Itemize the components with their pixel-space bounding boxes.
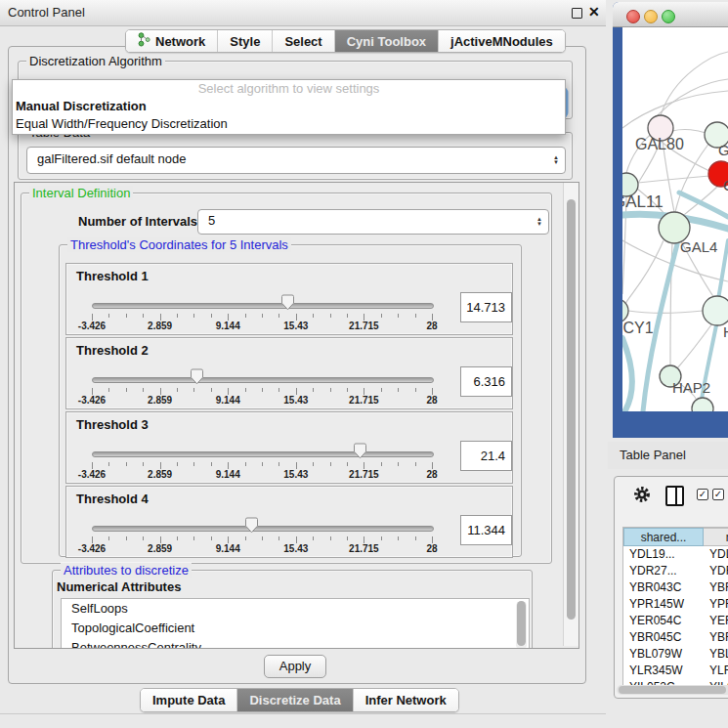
tick-mark (381, 462, 382, 466)
tick-mark (381, 536, 382, 540)
node-table[interactable]: shared... na YDL19...YDL1YDR27...YDR2YBR… (622, 527, 728, 686)
tick-mark (364, 462, 364, 469)
tick-mark (313, 314, 314, 318)
tick-mark (143, 388, 144, 392)
tick-label: 9.144 (216, 469, 240, 480)
interval-definition-group: Interval Definition Number of Intervals … (21, 193, 552, 564)
tick-mark (143, 462, 144, 466)
tick-mark (415, 536, 416, 540)
tick-label: 28 (426, 321, 437, 331)
thresholds-group-title: Threshold's Coordinates for 5 Intervals (67, 237, 291, 252)
tick-mark (415, 314, 416, 318)
tab-style[interactable]: Style (218, 30, 273, 52)
list-scrollbar[interactable] (516, 601, 527, 649)
tick-mark (415, 388, 416, 392)
table-row[interactable]: YDR27...YDR2 (623, 563, 728, 579)
dropdown-placeholder: Select algorithm to view settings (13, 80, 565, 98)
node-label: GAL4 (680, 238, 717, 255)
network-window-titlebar[interactable] (613, 2, 728, 27)
attribute-item-betweennesscentrality[interactable]: BetweennessCentrality (62, 638, 529, 649)
slider-handle[interactable] (190, 368, 204, 389)
slider-track[interactable] (92, 526, 434, 532)
tab-infer-network[interactable]: Infer Network (354, 689, 458, 711)
slider-handle[interactable] (353, 443, 367, 463)
minimize-traffic-light-icon[interactable] (644, 10, 658, 23)
column-header-shared-name[interactable]: shared... (623, 528, 704, 546)
table-row[interactable]: YBR045CYBR0 (623, 629, 728, 646)
tick-mark (211, 314, 212, 318)
table-row[interactable]: YBR043CYBR0 (623, 579, 728, 596)
cell-shared-name: YBL079W (623, 646, 704, 663)
column-header-name[interactable]: na (704, 528, 728, 546)
dropdown-item-equal-width[interactable]: Equal Width/Frequency Discretization (13, 115, 565, 133)
tick-mark (160, 388, 161, 395)
tick-mark (160, 314, 161, 321)
close-icon[interactable]: ✕ (588, 4, 600, 20)
network-node[interactable] (703, 296, 728, 325)
table-row[interactable]: YLR345WYLR3 (623, 663, 728, 679)
tick-mark (143, 314, 144, 318)
tab-label: Infer Network (365, 693, 447, 707)
tab-label: Style (230, 34, 260, 49)
tick-label: 9.144 (216, 395, 240, 406)
threshold-label: Threshold 2 (76, 343, 149, 358)
table-horizontal-scrollbar[interactable] (617, 685, 728, 695)
control-panel-titlebar[interactable]: Control Panel ✕ (0, 0, 606, 26)
table-row[interactable]: YER054CYER0 (623, 613, 728, 629)
table-hscrollbar-thumb[interactable] (619, 686, 726, 694)
slider-track[interactable] (92, 303, 434, 309)
combo-stepper-icon: ▲▼ (553, 155, 559, 165)
slider-handle[interactable] (244, 517, 259, 537)
settings-scrollbar[interactable] (563, 183, 578, 646)
threshold-value[interactable]: 14.713 (460, 292, 512, 322)
float-window-icon[interactable] (572, 8, 582, 19)
attribute-item-selfloops[interactable]: SelfLoops (62, 599, 529, 619)
tick-mark (126, 388, 127, 392)
dropdown-item-manual[interactable]: Manual Discretization (13, 98, 565, 115)
node-label: GA (718, 142, 728, 158)
table-row[interactable]: YPR145WYPR1 (623, 596, 728, 613)
apply-button[interactable]: Apply (264, 655, 326, 678)
network-canvas[interactable]: GAL80GACGAL11GAL4GCY1HHAP2 (622, 27, 728, 411)
cell-shared-name: YER054C (623, 613, 704, 629)
slider-track[interactable] (92, 377, 434, 383)
table-header-row: shared... na (623, 528, 728, 546)
gear-icon[interactable] (632, 485, 652, 504)
tab-select[interactable]: Select (273, 30, 334, 52)
network-node[interactable] (692, 398, 713, 411)
table-data-combobox[interactable]: galFiltered.sif default node ▲▼ (26, 147, 566, 174)
cell-name: YPR1 (704, 596, 728, 613)
numerical-attributes-list[interactable]: SelfLoopsTopologicalCoefficientBetweenne… (61, 598, 530, 649)
tick-mark (262, 314, 263, 318)
close-traffic-light-icon[interactable] (626, 10, 640, 23)
threshold-value[interactable]: 11.344 (460, 515, 512, 545)
slider-track[interactable] (92, 451, 434, 457)
threshold-value[interactable]: 6.316 (460, 366, 512, 397)
attribute-item-topologicalcoefficient[interactable]: TopologicalCoefficient (62, 619, 529, 638)
table-row[interactable]: YDL19...YDL1 (623, 546, 728, 563)
list-scrollbar-thumb[interactable] (517, 601, 526, 646)
tab-discretize-data[interactable]: Discretize Data (237, 689, 353, 711)
tab-network[interactable]: Network (126, 30, 218, 52)
slider-handle[interactable] (280, 294, 295, 315)
zoom-traffic-light-icon[interactable] (662, 10, 675, 23)
table-row[interactable]: YBL079WYBL0 (623, 646, 728, 663)
table-panel-titlebar[interactable]: Table Panel (608, 442, 728, 469)
tab-cyni-toolbox[interactable]: Cyni Toolbox (335, 30, 439, 52)
window-bottom-divider (0, 713, 606, 714)
number-of-intervals-combobox[interactable]: 5 ▲▼ (197, 209, 549, 235)
numerical-attributes-label: Numerical Attributes (57, 579, 181, 594)
tick-label: 28 (426, 395, 437, 406)
settings-scrollbar-thumb[interactable] (567, 199, 576, 620)
columns-icon[interactable] (665, 486, 684, 506)
tick-mark (296, 536, 297, 543)
tab-jactivemnodules[interactable]: jActiveMNodules (439, 30, 565, 52)
tick-mark (398, 388, 399, 392)
cell-name: YDR2 (704, 563, 728, 579)
threshold-value[interactable]: 21.4 (460, 441, 512, 471)
checkbox-icon[interactable]: ✓ (712, 489, 724, 500)
network-icon (138, 32, 150, 50)
tab-impute-data[interactable]: Impute Data (141, 689, 237, 711)
tick-mark (381, 314, 382, 318)
checkbox-icon[interactable]: ✓ (697, 489, 708, 500)
